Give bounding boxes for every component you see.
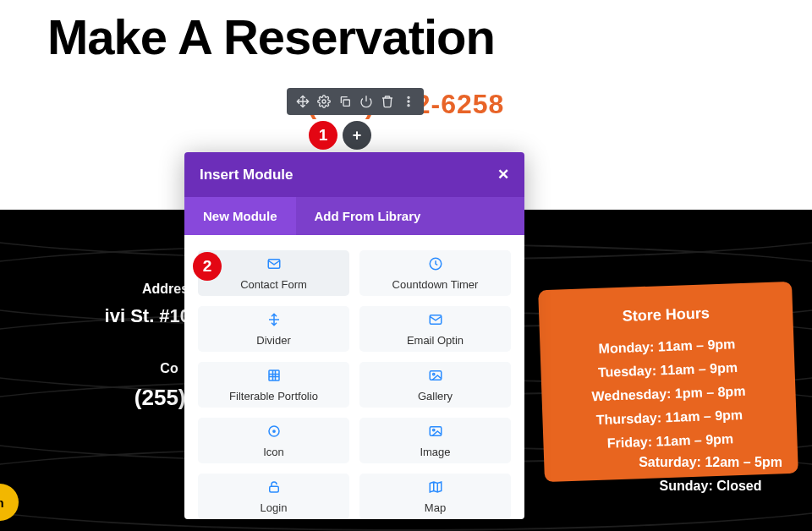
modal-header: Insert Module ✕ [184, 152, 524, 197]
gear-icon[interactable] [316, 94, 332, 109]
module-card-gallery[interactable]: Gallery [359, 362, 511, 408]
insert-module-modal: Insert Module ✕ New Module Add From Libr… [184, 152, 524, 519]
module-label: Gallery [418, 390, 453, 402]
module-label: Map [425, 501, 446, 514]
annotation-badge-1: 1 [309, 121, 337, 150]
hours-tuesday: Tuesday: 11am – 9pm [557, 359, 777, 381]
grid-icon [266, 368, 282, 386]
add-module-button[interactable]: + [343, 121, 371, 150]
module-card-filterable-portfolio[interactable]: Filterable Portfolio [198, 362, 349, 408]
divider-icon [266, 312, 282, 331]
svg-rect-15 [269, 486, 278, 492]
map-icon [428, 479, 443, 498]
module-label: Login [261, 501, 288, 514]
module-grid: Contact FormCountdown TimerDividerEmail … [184, 235, 524, 519]
store-hours-title: Store Hours [556, 303, 776, 328]
close-icon[interactable]: ✕ [497, 166, 509, 183]
module-card-login[interactable]: Login [198, 474, 349, 519]
clock-icon [428, 256, 443, 275]
svg-point-2 [408, 96, 409, 98]
module-label: Email Optin [407, 334, 464, 347]
mail-icon [266, 256, 282, 275]
tab-add-from-library[interactable]: Add From Library [296, 197, 440, 235]
svg-rect-1 [343, 100, 349, 106]
svg-rect-9 [430, 370, 442, 380]
annotation-badge-2: 2 [193, 252, 222, 281]
hours-monday: Monday: 11am – 9pm [557, 335, 776, 358]
module-card-countdown-timer[interactable]: Countdown Timer [359, 250, 511, 296]
circle-icon [266, 424, 282, 442]
svg-point-4 [408, 105, 409, 107]
module-label: Contact Form [240, 278, 307, 291]
module-label: Countdown Timer [392, 278, 479, 291]
image-icon [428, 424, 443, 442]
svg-point-12 [272, 430, 274, 431]
power-icon[interactable] [359, 94, 374, 109]
svg-rect-13 [430, 426, 442, 435]
duplicate-icon[interactable] [337, 94, 353, 109]
trash-icon[interactable] [380, 94, 395, 109]
svg-point-3 [408, 101, 409, 102]
modal-tabs: New Module Add From Library [184, 197, 524, 235]
mail-icon [428, 312, 443, 331]
svg-rect-8 [269, 370, 279, 380]
module-card-email-optin[interactable]: Email Optin [359, 306, 511, 352]
more-icon[interactable] [401, 94, 416, 109]
move-icon[interactable] [295, 94, 310, 109]
module-label: Divider [256, 334, 290, 347]
module-card-image[interactable]: Image [359, 418, 511, 463]
hours-thursday: Thursday: 11am – 9pm [559, 406, 779, 429]
store-hours-card: Store Hours Monday: 11am – 9pm Tuesday: … [538, 282, 798, 482]
svg-point-14 [432, 429, 434, 430]
extra-hours: Saturday: 12am – 5pm Sunday: Closed [639, 455, 782, 502]
svg-point-0 [322, 100, 326, 103]
modal-title: Insert Module [200, 167, 294, 183]
module-label: Icon [263, 446, 284, 458]
page-title: Make A Reservation [0, 0, 812, 65]
module-toolbar [287, 88, 424, 115]
module-card-map[interactable]: Map [359, 474, 511, 519]
lock-icon [266, 479, 282, 498]
hours-saturday: Saturday: 12am – 5pm [639, 455, 782, 470]
hours-wednesday: Wednesday: 1pm – 8pm [558, 382, 778, 405]
image-icon [428, 368, 443, 386]
module-card-divider[interactable]: Divider [198, 306, 349, 352]
module-label: Filterable Portfolio [229, 390, 318, 402]
svg-point-10 [432, 373, 434, 375]
hours-friday: Friday: 11am – 9pm [560, 430, 780, 452]
module-card-icon[interactable]: Icon [198, 418, 349, 463]
module-card-contact-form[interactable]: Contact Form [198, 250, 349, 296]
tab-new-module[interactable]: New Module [184, 197, 296, 235]
hours-sunday: Sunday: Closed [639, 479, 782, 494]
module-label: Image [420, 446, 450, 458]
